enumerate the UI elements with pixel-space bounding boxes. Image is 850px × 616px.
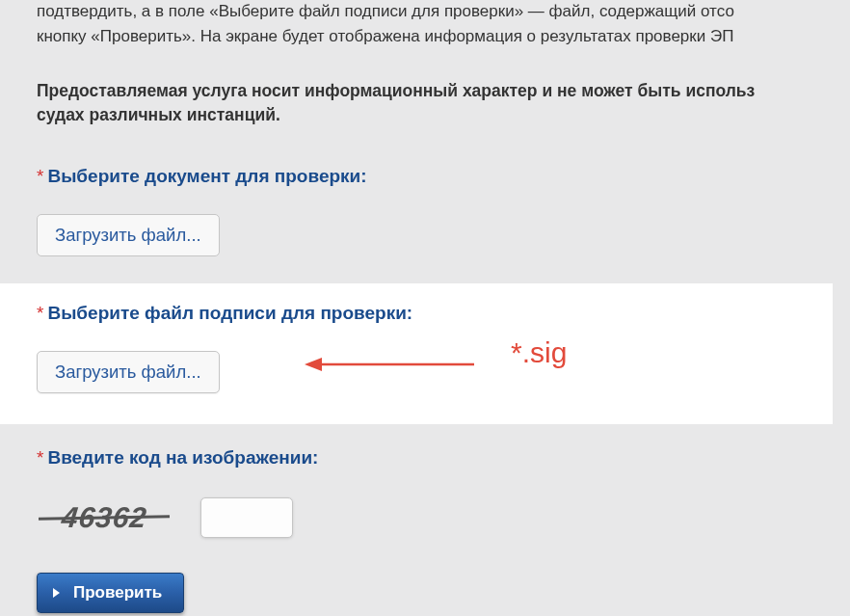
- captcha-label-text: Введите код на изображении:: [47, 447, 318, 468]
- required-mark: *: [37, 303, 43, 323]
- upload-document-button[interactable]: Загрузить файл...: [37, 214, 220, 256]
- captcha-image: 46362: [37, 495, 172, 540]
- captcha-input[interactable]: [200, 497, 293, 538]
- disclaimer-text: Предоставляемая услуга носит информацион…: [37, 79, 850, 128]
- arrow-annotation: [303, 353, 476, 376]
- play-icon: [53, 588, 60, 598]
- submit-button-label: Проверить: [73, 583, 162, 603]
- captcha-row: 46362: [37, 495, 850, 540]
- sig-extension-hint: *.sig: [511, 336, 567, 369]
- disclaimer-line-2: судах различных инстанций.: [37, 103, 850, 127]
- intro-paragraph: подтвердить, а в поле «Выберите файл под…: [37, 0, 850, 48]
- document-field-label: *Выберите документ для проверки:: [37, 166, 850, 187]
- submit-button[interactable]: Проверить: [37, 573, 184, 613]
- document-label-text: Выберите документ для проверки:: [47, 166, 366, 186]
- svg-marker-1: [305, 358, 322, 371]
- signature-upload-section: *Выберите файл подписи для проверки: Заг…: [0, 283, 833, 424]
- intro-line-2: кнопку «Проверить». На экране будет отоб…: [37, 25, 850, 48]
- disclaimer-line-1: Предоставляемая услуга носит информацион…: [37, 79, 850, 103]
- arrow-left-icon: [303, 353, 476, 376]
- required-mark: *: [37, 447, 43, 468]
- signature-field-label: *Выберите файл подписи для проверки:: [37, 303, 833, 324]
- captcha-field-label: *Введите код на изображении:: [37, 447, 850, 469]
- required-mark: *: [37, 166, 43, 186]
- signature-label-text: Выберите файл подписи для проверки:: [47, 303, 412, 323]
- intro-line-1: подтвердить, а в поле «Выберите файл под…: [37, 0, 850, 23]
- upload-signature-button[interactable]: Загрузить файл...: [37, 351, 220, 393]
